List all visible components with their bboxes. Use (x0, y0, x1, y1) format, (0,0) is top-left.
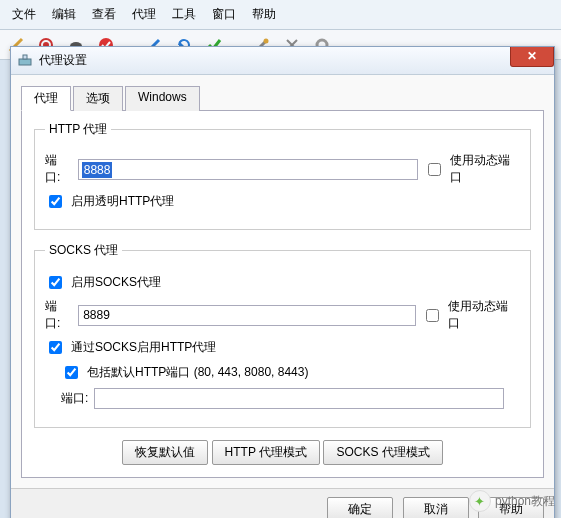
tab-bar: 代理 选项 Windows (21, 85, 544, 111)
http-transparent-checkbox[interactable] (49, 195, 62, 208)
tab-options[interactable]: 选项 (73, 86, 123, 111)
cancel-button[interactable]: 取消 (403, 497, 469, 518)
dialog-title: 代理设置 (39, 52, 87, 69)
socks-http-label: 通过SOCKS启用HTTP代理 (71, 339, 216, 356)
socks-enable-label: 启用SOCKS代理 (71, 274, 161, 291)
proxy-settings-dialog: 代理设置 ✕ 代理 选项 Windows HTTP 代理 端口: 8888 使用… (10, 46, 555, 518)
tab-panel-proxy: HTTP 代理 端口: 8888 使用动态端口 启用透明HTTP代理 SOCKS… (21, 111, 544, 478)
socks-dynamic-port-label: 使用动态端口 (448, 298, 520, 332)
socks-mode-button[interactable]: SOCKS 代理模式 (323, 440, 442, 465)
http-port-input[interactable] (78, 159, 418, 180)
watermark-text: python教程 (495, 493, 555, 510)
menu-view[interactable]: 查看 (86, 4, 122, 25)
menu-proxy[interactable]: 代理 (126, 4, 162, 25)
menu-edit[interactable]: 编辑 (46, 4, 82, 25)
ok-button[interactable]: 确定 (327, 497, 393, 518)
http-proxy-group: HTTP 代理 端口: 8888 使用动态端口 启用透明HTTP代理 (34, 121, 531, 230)
socks-port-label: 端口: (45, 298, 72, 332)
socks-proxy-legend: SOCKS 代理 (45, 242, 122, 259)
close-button[interactable]: ✕ (510, 47, 554, 67)
menu-tools[interactable]: 工具 (166, 4, 202, 25)
socks-enable-checkbox[interactable] (49, 276, 62, 289)
socks-port-input[interactable] (78, 305, 416, 326)
tab-proxy[interactable]: 代理 (21, 86, 71, 111)
socks-port3-input[interactable] (94, 388, 504, 409)
http-transparent-label: 启用透明HTTP代理 (71, 193, 174, 210)
dialog-icon (17, 53, 33, 69)
dialog-titlebar[interactable]: 代理设置 ✕ (11, 47, 554, 75)
menu-bar: 文件 编辑 查看 代理 工具 窗口 帮助 (0, 0, 561, 30)
wechat-icon: ✦ (469, 490, 491, 512)
include-default-ports-checkbox[interactable] (65, 366, 78, 379)
menu-help[interactable]: 帮助 (246, 4, 282, 25)
http-port-label: 端口: (45, 152, 72, 186)
include-default-ports-label: 包括默认HTTP端口 (80, 443, 8080, 8443) (87, 364, 308, 381)
menu-window[interactable]: 窗口 (206, 4, 242, 25)
socks-port3-label: 端口: (61, 390, 88, 407)
svg-rect-6 (19, 59, 31, 65)
http-dynamic-port-label: 使用动态端口 (450, 152, 520, 186)
http-dynamic-port-checkbox[interactable] (428, 163, 441, 176)
svg-rect-7 (23, 55, 27, 59)
restore-defaults-button[interactable]: 恢复默认值 (122, 440, 208, 465)
socks-http-checkbox[interactable] (49, 341, 62, 354)
socks-proxy-group: SOCKS 代理 启用SOCKS代理 端口: 使用动态端口 通过SOCKS启用H… (34, 242, 531, 428)
tab-windows[interactable]: Windows (125, 86, 200, 111)
menu-file[interactable]: 文件 (6, 4, 42, 25)
http-proxy-legend: HTTP 代理 (45, 121, 111, 138)
http-mode-button[interactable]: HTTP 代理模式 (212, 440, 320, 465)
http-port-value-selected: 8888 (82, 162, 113, 178)
dialog-content: 代理 选项 Windows HTTP 代理 端口: 8888 使用动态端口 (11, 75, 554, 488)
mode-button-row: 恢复默认值 HTTP 代理模式 SOCKS 代理模式 (34, 440, 531, 465)
watermark: ✦ python教程 (469, 490, 555, 512)
svg-point-4 (264, 38, 269, 43)
socks-dynamic-port-checkbox[interactable] (426, 309, 439, 322)
